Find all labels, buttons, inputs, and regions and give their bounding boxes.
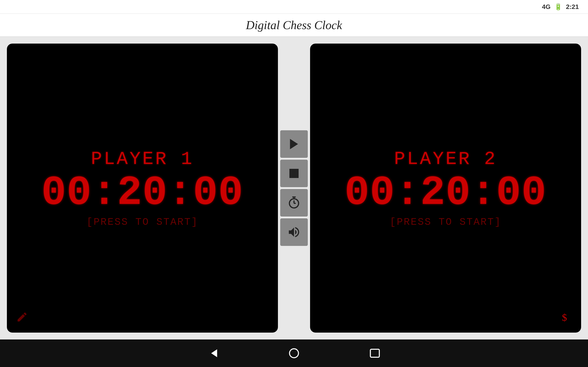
svg-marker-9 xyxy=(211,349,217,357)
player1-status: [PRESS TO START] xyxy=(86,216,198,228)
sound-button[interactable] xyxy=(280,218,308,246)
status-bar: 4G 🔋 2:21 xyxy=(0,0,588,14)
player2-panel[interactable]: PLAYER 2 00:20:00 [PRESS TO START] $ xyxy=(310,44,581,333)
edit-icon xyxy=(16,311,28,326)
app-title: Digital Chess Clock xyxy=(246,18,342,32)
stop-button[interactable] xyxy=(280,160,308,187)
nav-home-button[interactable] xyxy=(288,347,300,359)
svg-marker-7 xyxy=(289,227,294,237)
nav-back-button[interactable] xyxy=(207,347,219,359)
player1-panel[interactable]: PLAYER 1 00:20:00 [PRESS TO START] xyxy=(7,44,278,333)
player1-name: PLAYER 1 xyxy=(91,149,194,169)
player2-status: [PRESS TO START] xyxy=(390,216,502,228)
signal-indicator: 4G xyxy=(542,3,551,10)
nav-bar xyxy=(0,340,588,367)
svg-rect-1 xyxy=(289,169,299,178)
battery-icon: 🔋 xyxy=(554,3,562,10)
player1-time: 00:20:00 xyxy=(41,169,243,216)
title-bar: Digital Chess Clock xyxy=(0,14,588,37)
nav-recent-button[interactable] xyxy=(369,347,381,359)
center-controls xyxy=(278,130,310,246)
main-content: PLAYER 1 00:20:00 [PRESS TO START] xyxy=(0,37,588,340)
svg-point-10 xyxy=(290,349,299,358)
clock-time: 2:21 xyxy=(566,3,579,10)
svg-marker-0 xyxy=(290,139,298,149)
svg-text:$: $ xyxy=(562,312,567,323)
svg-rect-11 xyxy=(371,349,380,357)
timer-button[interactable] xyxy=(280,189,308,217)
player2-name: PLAYER 2 xyxy=(394,149,497,169)
dollar-icon: $ xyxy=(560,311,572,326)
play-button[interactable] xyxy=(280,130,308,158)
player2-time: 00:20:00 xyxy=(345,169,547,216)
